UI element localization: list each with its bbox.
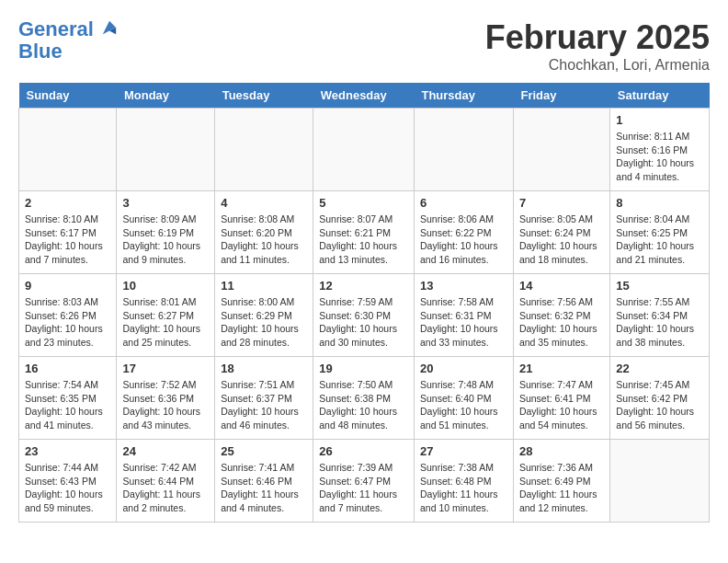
calendar-cell bbox=[610, 440, 710, 523]
calendar-cell: 4Sunrise: 8:08 AM Sunset: 6:20 PM Daylig… bbox=[215, 191, 313, 274]
day-info: Sunrise: 7:42 AM Sunset: 6:44 PM Dayligh… bbox=[122, 461, 209, 515]
header-day-tuesday: Tuesday bbox=[215, 83, 313, 109]
calendar-cell: 14Sunrise: 7:56 AM Sunset: 6:32 PM Dayli… bbox=[513, 274, 609, 357]
day-number: 6 bbox=[420, 196, 507, 210]
calendar-cell bbox=[414, 109, 513, 191]
week-row-2: 9Sunrise: 8:03 AM Sunset: 6:26 PM Daylig… bbox=[19, 274, 710, 357]
day-number: 9 bbox=[25, 279, 110, 293]
day-info: Sunrise: 7:47 AM Sunset: 6:41 PM Dayligh… bbox=[519, 378, 604, 432]
calendar-header: SundayMondayTuesdayWednesdayThursdayFrid… bbox=[19, 83, 710, 109]
day-info: Sunrise: 8:07 AM Sunset: 6:21 PM Dayligh… bbox=[319, 213, 408, 267]
calendar-cell: 28Sunrise: 7:36 AM Sunset: 6:49 PM Dayli… bbox=[513, 440, 609, 523]
day-number: 14 bbox=[519, 279, 604, 293]
calendar-cell: 1Sunrise: 8:11 AM Sunset: 6:16 PM Daylig… bbox=[610, 109, 710, 191]
day-number: 22 bbox=[616, 362, 703, 375]
day-info: Sunrise: 8:05 AM Sunset: 6:24 PM Dayligh… bbox=[519, 213, 604, 267]
day-number: 27 bbox=[420, 444, 507, 458]
day-number: 5 bbox=[319, 196, 408, 210]
day-number: 3 bbox=[122, 196, 209, 210]
logo: General Blue bbox=[18, 18, 118, 63]
calendar-cell: 15Sunrise: 7:55 AM Sunset: 6:34 PM Dayli… bbox=[610, 274, 710, 357]
day-number: 13 bbox=[420, 279, 507, 293]
day-number: 20 bbox=[420, 362, 507, 375]
day-number: 23 bbox=[25, 444, 110, 458]
logo-icon bbox=[101, 19, 118, 36]
day-info: Sunrise: 8:00 AM Sunset: 6:29 PM Dayligh… bbox=[221, 295, 307, 350]
day-info: Sunrise: 7:48 AM Sunset: 6:40 PM Dayligh… bbox=[420, 378, 507, 432]
day-info: Sunrise: 7:45 AM Sunset: 6:42 PM Dayligh… bbox=[616, 378, 703, 432]
calendar-cell bbox=[19, 109, 117, 191]
day-info: Sunrise: 8:01 AM Sunset: 6:27 PM Dayligh… bbox=[122, 295, 209, 350]
day-number: 7 bbox=[519, 196, 604, 210]
header-day-sunday: Sunday bbox=[19, 83, 117, 109]
day-number: 19 bbox=[319, 362, 408, 375]
calendar-cell bbox=[313, 109, 415, 191]
day-info: Sunrise: 7:56 AM Sunset: 6:32 PM Dayligh… bbox=[519, 295, 604, 350]
day-info: Sunrise: 8:04 AM Sunset: 6:25 PM Dayligh… bbox=[616, 213, 703, 267]
calendar-cell: 12Sunrise: 7:59 AM Sunset: 6:30 PM Dayli… bbox=[313, 274, 415, 357]
calendar-cell: 10Sunrise: 8:01 AM Sunset: 6:27 PM Dayli… bbox=[117, 274, 215, 357]
header-day-friday: Friday bbox=[513, 83, 609, 109]
header-day-thursday: Thursday bbox=[414, 83, 513, 109]
main-title: February 2025 bbox=[485, 18, 710, 57]
calendar-cell: 26Sunrise: 7:39 AM Sunset: 6:47 PM Dayli… bbox=[313, 440, 415, 523]
subtitle: Chochkan, Lori, Armenia bbox=[485, 57, 710, 74]
day-info: Sunrise: 7:36 AM Sunset: 6:49 PM Dayligh… bbox=[519, 461, 604, 515]
day-info: Sunrise: 8:06 AM Sunset: 6:22 PM Dayligh… bbox=[420, 213, 507, 267]
calendar-cell: 13Sunrise: 7:58 AM Sunset: 6:31 PM Dayli… bbox=[414, 274, 513, 357]
day-number: 10 bbox=[122, 279, 209, 293]
calendar-cell: 20Sunrise: 7:48 AM Sunset: 6:40 PM Dayli… bbox=[414, 357, 513, 440]
day-number: 12 bbox=[319, 279, 408, 293]
day-info: Sunrise: 7:44 AM Sunset: 6:43 PM Dayligh… bbox=[25, 461, 110, 515]
title-area: February 2025 Chochkan, Lori, Armenia bbox=[485, 18, 710, 74]
day-number: 28 bbox=[519, 444, 604, 458]
calendar-cell: 21Sunrise: 7:47 AM Sunset: 6:41 PM Dayli… bbox=[513, 357, 609, 440]
day-info: Sunrise: 8:11 AM Sunset: 6:16 PM Dayligh… bbox=[616, 130, 703, 184]
header-day-saturday: Saturday bbox=[610, 83, 710, 109]
day-number: 11 bbox=[221, 279, 307, 293]
week-row-4: 23Sunrise: 7:44 AM Sunset: 6:43 PM Dayli… bbox=[19, 440, 710, 523]
day-info: Sunrise: 7:41 AM Sunset: 6:46 PM Dayligh… bbox=[221, 461, 307, 515]
calendar-cell bbox=[513, 109, 609, 191]
calendar-cell bbox=[215, 109, 313, 191]
day-info: Sunrise: 7:54 AM Sunset: 6:35 PM Dayligh… bbox=[25, 378, 110, 432]
header-day-monday: Monday bbox=[117, 83, 215, 109]
day-number: 25 bbox=[221, 444, 307, 458]
day-number: 26 bbox=[319, 444, 408, 458]
calendar-cell: 18Sunrise: 7:51 AM Sunset: 6:37 PM Dayli… bbox=[215, 357, 313, 440]
calendar-cell: 25Sunrise: 7:41 AM Sunset: 6:46 PM Dayli… bbox=[215, 440, 313, 523]
calendar-cell: 9Sunrise: 8:03 AM Sunset: 6:26 PM Daylig… bbox=[19, 274, 117, 357]
day-number: 18 bbox=[221, 362, 307, 375]
calendar-table: SundayMondayTuesdayWednesdayThursdayFrid… bbox=[18, 83, 710, 523]
day-number: 21 bbox=[519, 362, 604, 375]
day-info: Sunrise: 7:51 AM Sunset: 6:37 PM Dayligh… bbox=[221, 378, 307, 432]
day-info: Sunrise: 8:08 AM Sunset: 6:20 PM Dayligh… bbox=[221, 213, 307, 267]
day-number: 17 bbox=[122, 362, 209, 375]
calendar-cell: 23Sunrise: 7:44 AM Sunset: 6:43 PM Dayli… bbox=[19, 440, 117, 523]
logo-blue: Blue bbox=[18, 40, 118, 63]
logo-text: General bbox=[18, 18, 118, 40]
day-info: Sunrise: 7:38 AM Sunset: 6:48 PM Dayligh… bbox=[420, 461, 507, 515]
calendar-body: 1Sunrise: 8:11 AM Sunset: 6:16 PM Daylig… bbox=[19, 109, 710, 523]
day-info: Sunrise: 8:09 AM Sunset: 6:19 PM Dayligh… bbox=[122, 213, 209, 267]
day-info: Sunrise: 8:03 AM Sunset: 6:26 PM Dayligh… bbox=[25, 295, 110, 350]
day-info: Sunrise: 8:10 AM Sunset: 6:17 PM Dayligh… bbox=[25, 213, 110, 267]
calendar-cell: 6Sunrise: 8:06 AM Sunset: 6:22 PM Daylig… bbox=[414, 191, 513, 274]
week-row-3: 16Sunrise: 7:54 AM Sunset: 6:35 PM Dayli… bbox=[19, 357, 710, 440]
day-number: 24 bbox=[122, 444, 209, 458]
calendar-cell: 8Sunrise: 8:04 AM Sunset: 6:25 PM Daylig… bbox=[610, 191, 710, 274]
calendar-cell: 27Sunrise: 7:38 AM Sunset: 6:48 PM Dayli… bbox=[414, 440, 513, 523]
calendar-cell: 17Sunrise: 7:52 AM Sunset: 6:36 PM Dayli… bbox=[117, 357, 215, 440]
day-number: 16 bbox=[25, 362, 110, 375]
header-row: SundayMondayTuesdayWednesdayThursdayFrid… bbox=[19, 83, 710, 109]
day-info: Sunrise: 7:52 AM Sunset: 6:36 PM Dayligh… bbox=[122, 378, 209, 432]
header-day-wednesday: Wednesday bbox=[313, 83, 415, 109]
day-info: Sunrise: 7:50 AM Sunset: 6:38 PM Dayligh… bbox=[319, 378, 408, 432]
calendar-cell: 7Sunrise: 8:05 AM Sunset: 6:24 PM Daylig… bbox=[513, 191, 609, 274]
calendar-cell: 2Sunrise: 8:10 AM Sunset: 6:17 PM Daylig… bbox=[19, 191, 117, 274]
calendar-cell: 5Sunrise: 8:07 AM Sunset: 6:21 PM Daylig… bbox=[313, 191, 415, 274]
calendar-cell: 19Sunrise: 7:50 AM Sunset: 6:38 PM Dayli… bbox=[313, 357, 415, 440]
day-info: Sunrise: 7:58 AM Sunset: 6:31 PM Dayligh… bbox=[420, 295, 507, 350]
calendar-cell: 24Sunrise: 7:42 AM Sunset: 6:44 PM Dayli… bbox=[117, 440, 215, 523]
calendar-cell: 22Sunrise: 7:45 AM Sunset: 6:42 PM Dayli… bbox=[610, 357, 710, 440]
